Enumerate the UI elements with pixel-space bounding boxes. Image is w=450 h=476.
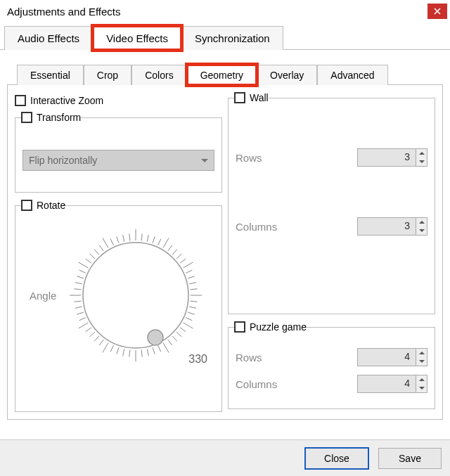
tab-audio-effects[interactable]: Audio Effects: [4, 26, 93, 50]
svg-line-47: [74, 289, 81, 290]
wall-rows-value: 3: [358, 149, 416, 166]
puzzle-rows-up[interactable]: [416, 349, 427, 357]
svg-line-2: [141, 233, 142, 240]
wall-cols-spinner[interactable]: 3: [357, 217, 428, 236]
svg-line-21: [183, 323, 193, 328]
wall-cols-down[interactable]: [416, 226, 427, 235]
svg-line-6: [163, 238, 169, 248]
tab-colors[interactable]: Colors: [131, 65, 186, 85]
svg-line-14: [189, 283, 196, 284]
wall-cols-value: 3: [358, 218, 416, 235]
svg-line-55: [99, 245, 103, 251]
svg-line-27: [158, 345, 160, 352]
svg-line-40: [85, 328, 91, 332]
geometry-panel: Interactive Zoom Transform Flip horizont…: [7, 85, 443, 420]
svg-line-23: [176, 332, 181, 337]
puzzle-cols-spinner[interactable]: 4: [357, 375, 428, 393]
puzzle-rows-down[interactable]: [416, 357, 427, 366]
tab-crop[interactable]: Crop: [84, 65, 131, 85]
left-column: Interactive Zoom Transform Flip horizont…: [15, 92, 222, 419]
save-button[interactable]: Save: [378, 448, 442, 469]
tab-essential[interactable]: Essential: [17, 65, 84, 85]
svg-line-32: [129, 350, 129, 357]
svg-line-12: [186, 270, 192, 273]
svg-line-50: [79, 270, 85, 273]
svg-line-13: [188, 276, 195, 278]
svg-line-26: [163, 343, 169, 353]
interactive-zoom-checkbox[interactable]: [15, 95, 26, 106]
svg-line-49: [77, 276, 84, 278]
svg-point-61: [148, 330, 163, 345]
svg-line-19: [188, 312, 195, 314]
wall-rows-spinner[interactable]: 3: [357, 148, 428, 167]
tab-geometry[interactable]: Geometry: [187, 65, 257, 85]
svg-line-30: [141, 350, 142, 357]
puzzle-cols-value: 4: [358, 375, 416, 392]
tab-video-effects[interactable]: Video Effects: [93, 26, 181, 50]
wall-rows-down[interactable]: [416, 157, 427, 166]
puzzle-cols-down[interactable]: [416, 384, 427, 392]
svg-line-34: [116, 347, 118, 354]
puzzle-group: Puzzle game Rows 4 Columns: [228, 321, 435, 409]
wall-cols-up[interactable]: [416, 218, 427, 226]
puzzle-label: Puzzle game: [250, 321, 307, 333]
puzzle-rows-spinner[interactable]: 4: [357, 348, 428, 366]
main-tabs: Audio Effects Video Effects Synchronizat…: [0, 22, 450, 50]
svg-line-25: [168, 340, 172, 345]
rotate-group: Rotate Angle 330: [15, 200, 222, 412]
svg-point-0: [83, 243, 188, 348]
adjustments-effects-dialog: Adjustments and Effects Audio Effects Vi…: [0, 0, 450, 476]
svg-line-59: [122, 235, 124, 242]
puzzle-rows-label: Rows: [236, 352, 262, 364]
svg-line-20: [186, 318, 192, 321]
puzzle-cols-label: Columns: [236, 378, 277, 390]
transform-selected: Flip horizontally: [29, 155, 97, 166]
chevron-down-icon: [201, 159, 208, 162]
svg-line-24: [172, 336, 177, 341]
svg-line-37: [99, 340, 103, 345]
wall-group: Wall Rows 3 Columns: [228, 92, 435, 314]
svg-line-45: [74, 301, 81, 302]
svg-line-41: [78, 323, 88, 328]
svg-line-58: [116, 236, 118, 243]
puzzle-cols-up[interactable]: [416, 375, 427, 384]
wall-rows-label: Rows: [236, 152, 262, 164]
dial-icon: [65, 225, 206, 366]
right-column: Wall Rows 3 Columns: [228, 92, 435, 419]
svg-line-3: [147, 235, 148, 242]
svg-line-38: [94, 336, 99, 341]
svg-line-44: [75, 307, 82, 308]
puzzle-checkbox[interactable]: [234, 321, 245, 333]
svg-line-36: [103, 343, 108, 353]
svg-line-4: [153, 236, 155, 243]
svg-line-51: [78, 262, 88, 268]
transform-checkbox[interactable]: [21, 112, 32, 123]
svg-line-52: [85, 259, 91, 263]
svg-line-33: [122, 349, 124, 356]
svg-line-9: [176, 254, 181, 259]
svg-line-8: [172, 250, 177, 255]
svg-line-53: [89, 254, 94, 259]
transform-dropdown[interactable]: Flip horizontally: [22, 150, 214, 171]
angle-dial[interactable]: 330: [63, 225, 207, 366]
svg-line-35: [110, 345, 113, 352]
svg-line-17: [190, 301, 197, 302]
dialog-footer: Close Save: [0, 439, 450, 476]
tab-advanced[interactable]: Advanced: [317, 65, 387, 85]
wall-rows-up[interactable]: [416, 149, 427, 157]
tab-synchronization[interactable]: Synchronization: [181, 26, 283, 50]
sub-tabs: Essential Crop Colors Geometry Overlay A…: [7, 50, 443, 85]
titlebar: Adjustments and Effects: [0, 0, 450, 22]
close-icon[interactable]: [428, 4, 447, 19]
dialog-title: Adjustments and Effects: [7, 6, 428, 18]
svg-line-22: [180, 328, 186, 332]
tab-overlay[interactable]: Overlay: [257, 65, 317, 85]
svg-line-60: [129, 233, 129, 240]
close-button[interactable]: Close: [305, 448, 368, 469]
wall-checkbox[interactable]: [234, 92, 245, 103]
svg-line-57: [110, 239, 113, 245]
rotate-checkbox[interactable]: [21, 200, 32, 211]
svg-line-54: [94, 250, 99, 255]
svg-line-11: [183, 262, 193, 268]
svg-line-10: [180, 259, 186, 263]
